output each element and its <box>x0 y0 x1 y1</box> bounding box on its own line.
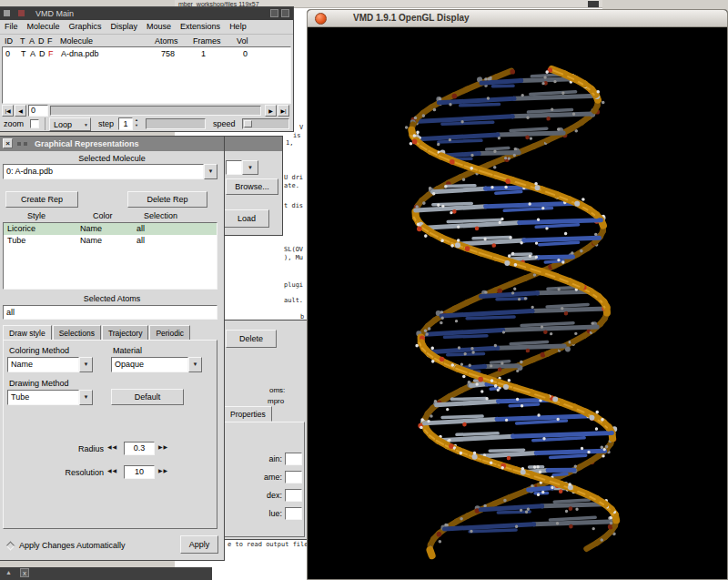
radius-decrease-icon[interactable]: ◀◀ <box>107 441 117 454</box>
vmd-main-titlebar[interactable]: VMD Main <box>0 7 293 20</box>
drawing-method-dropdown[interactable]: Tube ▼ <box>7 390 93 405</box>
tab-draw-style[interactable]: Draw style <box>3 325 52 341</box>
col-f: F <box>47 36 53 46</box>
mol-active-flag[interactable]: A <box>30 48 35 59</box>
step-field[interactable]: 1 <box>118 117 133 130</box>
mol-fixed-flag[interactable]: F <box>48 48 54 59</box>
zoom-checkbox[interactable] <box>30 119 39 128</box>
delete-button[interactable]: Delete <box>226 330 277 348</box>
tab-selections[interactable]: Selections <box>53 325 101 341</box>
default-button[interactable]: Default <box>111 389 184 405</box>
drawing-method-value[interactable]: Tube <box>7 390 79 405</box>
radius-increase-icon[interactable]: ▶▶ <box>158 441 168 454</box>
radius-field[interactable]: 0.3 <box>124 442 155 455</box>
background-window-titlebar[interactable]: ▲ x <box>0 567 212 580</box>
load-button[interactable]: Load <box>224 209 269 228</box>
apply-button[interactable]: Apply <box>180 535 218 554</box>
tab-properties[interactable]: Properties <box>224 406 272 422</box>
mol-name[interactable]: A-dna.pdb <box>61 48 99 59</box>
terminal-text-fragment: e to read output file <box>228 541 308 548</box>
coloring-method-dropdown[interactable]: Name ▼ <box>7 357 93 372</box>
dropdown-arrow-icon[interactable]: ▼ <box>204 164 217 179</box>
col-d: D <box>38 36 45 46</box>
terminal-text-fragment: ault. <box>284 297 303 304</box>
create-rep-button[interactable]: Create Rep <box>5 191 78 208</box>
rep-row[interactable]: LicoriceNameall <box>4 223 217 235</box>
property-field-row: dex: <box>225 488 304 506</box>
resolution-field[interactable]: 10 <box>124 465 155 479</box>
resolution-decrease-icon[interactable]: ◀◀ <box>107 464 117 478</box>
file-browser-dropdown-arrow-icon[interactable]: ▼ <box>242 160 258 175</box>
dropdown-arrow-icon[interactable]: ▼ <box>79 390 93 405</box>
col-id: ID <box>5 36 13 46</box>
menu-display[interactable]: Display <box>106 20 143 31</box>
step-back-button[interactable]: ◀ <box>15 105 26 117</box>
property-field-input[interactable] <box>285 471 302 483</box>
file-browser-filename-field[interactable] <box>226 160 242 175</box>
close-icon[interactable]: × <box>3 138 13 148</box>
terminal-text-fragment: ), Mu <box>284 254 303 261</box>
rep-row[interactable]: TubeNameall <box>4 235 217 247</box>
loop-dropdown[interactable]: Loop ▼ <box>49 117 91 131</box>
resolution-label: Resolution <box>42 468 104 477</box>
menu-extensions[interactable]: Extensions <box>176 20 225 31</box>
browse-button[interactable]: Browse... <box>226 178 278 195</box>
mol-atoms: 758 <box>161 48 175 59</box>
app-icon <box>4 10 10 16</box>
property-field-input[interactable] <box>285 507 302 520</box>
terminal-text-fragment: plugi <box>284 281 303 289</box>
opengl-canvas[interactable] <box>308 27 727 579</box>
slider-thumb[interactable] <box>244 120 252 127</box>
col-frames: Frames <box>193 36 221 46</box>
rep-list[interactable]: LicoriceNameallTubeNameall <box>3 222 217 290</box>
step-forward-button[interactable]: ▶ <box>265 105 277 117</box>
close-button[interactable] <box>315 13 327 25</box>
menu-help[interactable]: Help <box>225 20 251 31</box>
tab-trajectory[interactable]: Trajectory <box>102 325 148 341</box>
coloring-method-value[interactable]: Name <box>7 357 79 372</box>
speed-slider[interactable] <box>242 118 289 129</box>
dropdown-arrow-icon: ▼ <box>84 122 88 127</box>
material-dropdown[interactable]: Opaque ▼ <box>111 357 202 372</box>
molecule-dropdown-value[interactable]: 0: A-dna.pdb <box>3 164 204 179</box>
resolution-increase-icon[interactable]: ▶▶ <box>158 464 168 478</box>
rep-color: Name <box>80 223 102 235</box>
dropdown-arrow-icon[interactable]: ▼ <box>188 357 202 372</box>
terminal-titlebar-icon <box>588 1 599 7</box>
molecule-list[interactable]: 0 T A D F A-dna.pdb 758 1 0 <box>2 46 291 104</box>
opengl-titlebar[interactable]: VMD 1.9.1 OpenGL Display <box>308 10 727 27</box>
menu-molecule[interactable]: Molecule <box>23 20 65 31</box>
property-field-input[interactable] <box>285 453 302 465</box>
draw-style-panel: Coloring Method Material Name ▼ Opaque ▼… <box>3 340 217 529</box>
frame-counter-field[interactable]: 0 <box>28 105 48 117</box>
minimize-button[interactable] <box>270 9 278 17</box>
maximize-button[interactable] <box>281 9 289 17</box>
step-slider[interactable] <box>146 118 206 129</box>
material-value[interactable]: Opaque <box>111 357 188 372</box>
jump-begin-button[interactable]: |◀ <box>2 105 14 117</box>
jump-end-button[interactable]: ▶| <box>278 105 289 117</box>
properties-text-fragment: oms: <box>269 386 285 394</box>
delete-rep-button[interactable]: Delete Rep <box>127 191 207 208</box>
frame-slider[interactable] <box>50 106 261 116</box>
rep-selection: all <box>136 235 145 247</box>
spin-up-icon[interactable]: ▲ <box>135 118 138 122</box>
close-icon[interactable]: x <box>20 568 29 577</box>
property-field-input[interactable] <box>285 489 302 502</box>
dropdown-arrow-icon[interactable]: ▼ <box>79 357 93 372</box>
terminal-text-fragment: 1, <box>286 139 293 147</box>
graphrep-titlebar[interactable]: × Graphical Representations <box>0 137 224 151</box>
molecule-dropdown[interactable]: 0: A-dna.pdb ▼ <box>3 164 217 179</box>
mol-displayed-flag[interactable]: D <box>39 48 46 59</box>
tab-periodic[interactable]: Periodic <box>149 325 190 341</box>
mol-frames: 1 <box>201 48 206 59</box>
mol-vol: 0 <box>243 48 248 59</box>
spin-down-icon[interactable]: ▼ <box>135 124 138 127</box>
menu-file[interactable]: File <box>0 20 23 31</box>
rep-style: Licorice <box>7 223 35 235</box>
menu-graphics[interactable]: Graphics <box>65 20 106 31</box>
menu-mouse[interactable]: Mouse <box>142 20 176 31</box>
apply-auto-checkbox[interactable] <box>6 542 15 551</box>
mol-top-flag[interactable]: T <box>21 48 26 59</box>
selected-atoms-input[interactable]: all <box>3 305 217 320</box>
